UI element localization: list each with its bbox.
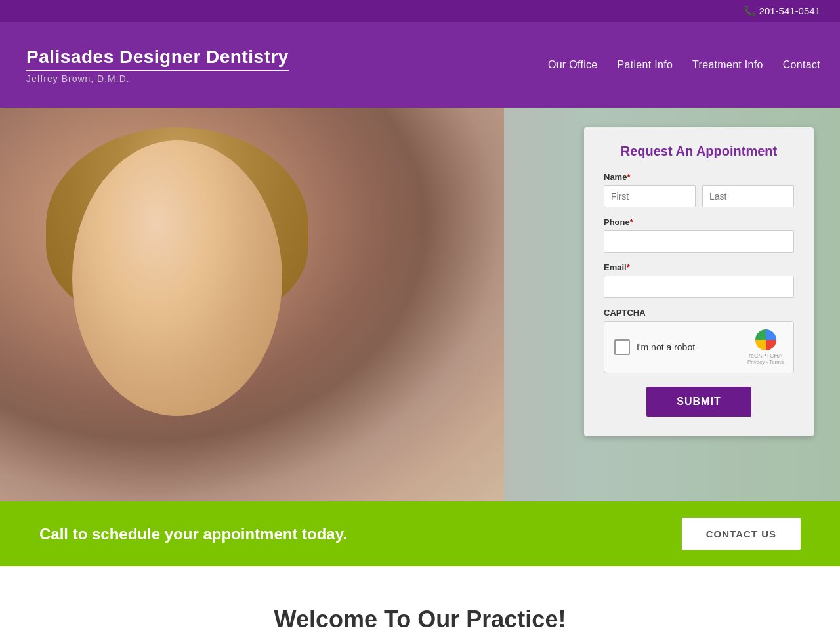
nav-treatment-info[interactable]: Treatment Info [692,56,763,74]
cta-text: Call to schedule your appointment today. [39,525,347,543]
contact-us-button[interactable]: CONTACT US [682,518,801,550]
cta-bar: Call to schedule your appointment today.… [0,501,840,566]
logo-sub: Jeffrey Brown, D.M.D. [26,74,289,84]
top-bar: 📞 201-541-0541 [0,0,840,22]
captcha-text: I'm not a robot [637,342,695,352]
recaptcha-logo [755,329,776,350]
required-mark: * [627,172,630,182]
portrait-face [72,140,282,416]
email-group: Email* [604,262,794,298]
phone-required: * [630,217,633,227]
submit-button[interactable]: SUBMIT [646,387,751,417]
captcha-checkbox[interactable] [614,339,630,355]
nav-patient-info[interactable]: Patient Info [618,56,673,74]
logo-area: Palisades Designer Dentistry Jeffrey Bro… [26,47,289,84]
hero-section: Request An Appointment Name* Phone* Emai… [0,108,840,501]
nav-our-office[interactable]: Our Office [548,56,598,74]
welcome-section: Welcome To Our Practice! [0,566,840,630]
phone-group: Phone* [604,217,794,253]
phone-number: 201-541-0541 [759,5,820,16]
main-nav: Our Office Patient Info Treatment Info C… [548,56,820,74]
name-group: Name* [604,172,794,207]
appointment-form: Request An Appointment Name* Phone* Emai… [584,127,814,436]
recaptcha-brand: reCAPTCHA [747,352,784,359]
welcome-title: Welcome To Our Practice! [26,606,814,630]
captcha-right: reCAPTCHA Privacy - Terms [747,329,784,365]
email-label: Email* [604,262,794,272]
logo-name: Palisades Designer Dentistry [26,47,289,68]
logo-divider [26,70,289,71]
recaptcha-links: Privacy - Terms [747,359,784,365]
phone-input[interactable] [604,230,794,253]
name-row [604,185,794,207]
phone-icon: 📞 [744,5,756,16]
hero-image [39,127,368,495]
last-name-input[interactable] [702,185,794,207]
form-title: Request An Appointment [604,144,794,159]
first-name-input[interactable] [604,185,696,207]
captcha-group: CAPTCHA I'm not a robot reCAPTCHA Privac… [604,308,794,373]
email-required: * [627,262,630,272]
email-input[interactable] [604,276,794,298]
captcha-box[interactable]: I'm not a robot reCAPTCHA Privacy - Term… [604,321,794,373]
nav-contact[interactable]: Contact [783,56,820,74]
site-header: Palisades Designer Dentistry Jeffrey Bro… [0,22,840,108]
phone-label: Phone* [604,217,794,227]
name-label: Name* [604,172,794,182]
captcha-left: I'm not a robot [614,339,695,355]
captcha-label: CAPTCHA [604,308,794,318]
